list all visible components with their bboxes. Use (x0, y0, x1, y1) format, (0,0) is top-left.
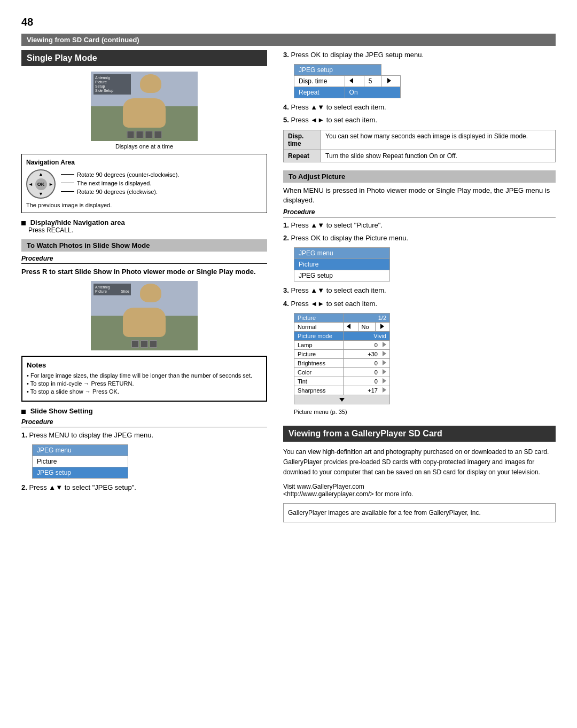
jpeg-menu-table-left: JPEG menu Picture JPEG setup (32, 444, 128, 479)
nav-area-box: Navigation Area ▲ ▼ ◄ ► OK Rotate 90 deg… (21, 154, 267, 213)
main-dog-image: Antennig Picture Setup Side Setup (91, 72, 198, 141)
gallery-more-info: <http://www.galleryplayer.com/> for more… (283, 490, 556, 498)
repeat-desc: Turn the slide show Repeat function On o… (321, 150, 556, 162)
disp-time-label: Disp. time (284, 130, 321, 150)
slide-dog-image: Antennig PictureSlide (91, 281, 198, 350)
note-item-1: For large image sizes, the display time … (27, 372, 262, 379)
slide-setting-step1: 1. Press MENU to display the JPEG menu. (21, 430, 267, 440)
note-item-3: To stop a slide show → Press OK. (27, 388, 262, 395)
viewing-continued-header: Viewing from SD Card (continued) (21, 34, 556, 46)
to-adjust-step3: 3. Press ▲▼ to select each item. (283, 286, 556, 295)
to-adjust-intro: When MENU is pressed in Photo viewer mod… (283, 186, 556, 205)
to-adjust-step4: 4. Press ◄► to set each item. (283, 299, 556, 309)
to-adjust-step1: 1. Press ▲▼ to select "Picture". (283, 221, 556, 230)
nav-circle-diagram: ▲ ▼ ◄ ► OK (26, 169, 56, 199)
note-item-2: To stop in mid-cycle → Press RETURN. (27, 380, 262, 387)
nav-area-title: Navigation Area (26, 159, 262, 166)
prev-image-text: The previous image is displayed. (26, 202, 262, 208)
single-play-header: Single Play Mode (21, 50, 267, 66)
slide-step1: Press R to start Slide Show in Photo vie… (21, 267, 267, 277)
repeat-label: Repeat (284, 150, 321, 162)
gallery-desc: You can view high-definition art and pho… (283, 447, 556, 478)
slide-setting-procedure: Procedure (21, 418, 267, 427)
gallery-header: Viewing from a GalleryPlayer SD Card (283, 426, 556, 442)
display-hide-instruction: Press RECALL. (28, 226, 267, 234)
slide-show-header: To Watch Photos in Slide Show Mode (21, 239, 267, 252)
next-image-label: The next image is displayed. (77, 180, 151, 186)
step3-slide: 3. Press OK to display the JPEG setup me… (283, 50, 556, 60)
slide-setting-step2: 2. Press ▲▼ to select "JPEG setup". (21, 483, 267, 492)
rotate-ccw-label: Rotate 90 degrees (counter-clockwise). (77, 171, 179, 178)
jpeg-setup-table: JPEG setup Disp. time 5 Repeat On (294, 64, 401, 98)
page-number: 48 (21, 16, 556, 28)
picture-caption: Picture menu (p. 35) (294, 409, 556, 415)
slide-procedure-label: Procedure (21, 255, 267, 264)
displays-text: Displays one at a time (21, 143, 267, 150)
disp-time-table: Disp. time You can set how many seconds … (283, 130, 556, 162)
jpeg-menu-table-right: JPEG menu Picture JPEG setup (294, 247, 390, 281)
to-adjust-header: To Adjust Picture (283, 170, 556, 183)
step5-slide: 5. Press ◄► to set each item. (283, 115, 556, 125)
rotate-cw-label: Rotate 90 degrees (clockwise). (77, 189, 158, 195)
notes-title: Notes (27, 361, 262, 369)
step4-slide: 4. Press ▲▼ to select each item. (283, 103, 556, 112)
slide-show-section: To Watch Photos in Slide Show Mode Proce… (21, 239, 267, 277)
gallery-border-box: GalleryPlayer images are available for a… (283, 503, 556, 522)
picture-table: Picture 1/2 Normal No Picture mode Vivid… (294, 313, 390, 404)
to-adjust-procedure: Procedure (283, 208, 556, 217)
notes-box: Notes For large image sizes, the display… (21, 356, 267, 402)
slide-show-setting-label: Slide Show Setting (21, 407, 267, 415)
disp-time-desc: You can set how many seconds each image … (321, 130, 556, 150)
gallery-visit: Visit www.GalleryPlayer.com (283, 483, 556, 490)
display-hide-label: Display/hide Navigation area (21, 218, 267, 226)
to-adjust-step2: 2. Press OK to display the Picture menu. (283, 233, 556, 243)
